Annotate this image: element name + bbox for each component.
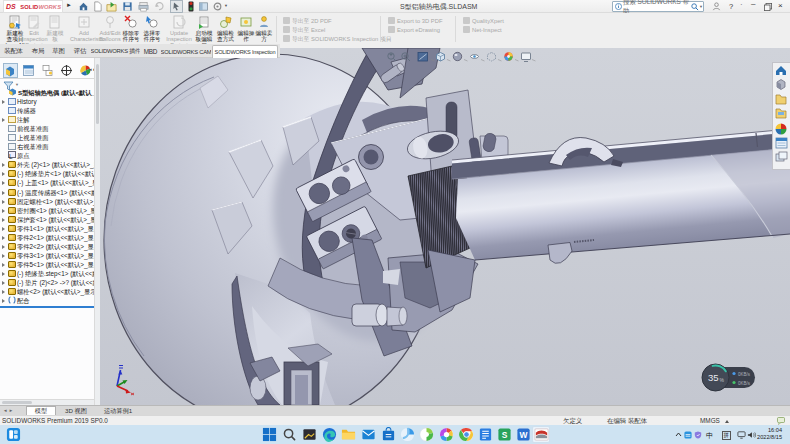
svg-text:35: 35: [708, 372, 719, 383]
svg-text:%: %: [720, 377, 725, 383]
svg-text:S: S: [502, 430, 508, 440]
svg-text:0KB/s: 0KB/s: [738, 381, 751, 386]
svg-text:W: W: [520, 430, 528, 440]
svg-text:0KB/s: 0KB/s: [738, 372, 751, 377]
